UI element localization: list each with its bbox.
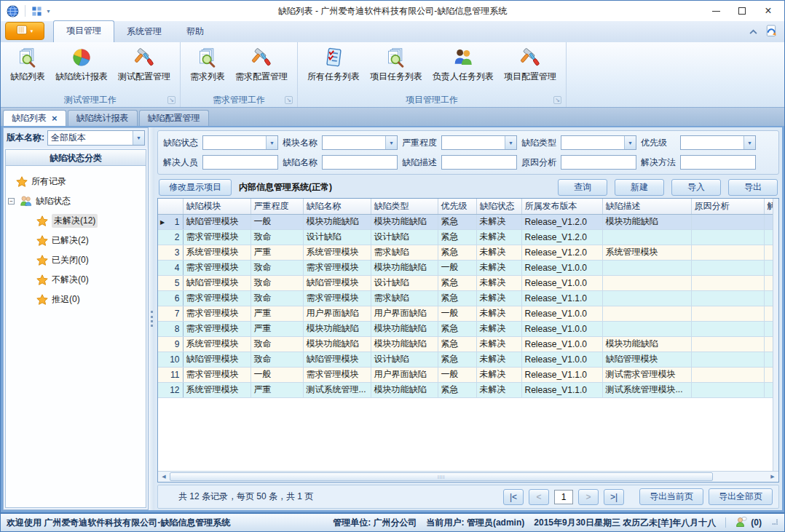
column-header[interactable]: 缺陷类型 [371,199,438,214]
column-header[interactable]: 所属发布版本 [521,199,602,214]
table-cell[interactable]: 系统管理模块 [183,382,251,397]
table-cell[interactable]: 模块功能缺陷 [371,382,438,397]
table-cell[interactable]: 用户界面缺陷 [371,367,438,382]
table-row[interactable]: 4需求管理模块致命需求管理模块模块功能缺陷一般未解决Release_V1.0.0 [158,260,778,275]
table-cell[interactable]: 需求管理模块 [183,229,251,245]
table-cell[interactable]: 缺陷管理模块 [183,214,251,229]
table-cell[interactable]: 未解决 [476,306,521,321]
table-cell[interactable]: 模块功能缺陷 [303,321,371,336]
row-indicator-cell[interactable]: 9 [158,336,183,352]
row-indicator-header[interactable] [158,199,183,214]
column-header[interactable]: 原因分析 [691,199,764,214]
table-cell[interactable]: 未解决 [476,260,521,275]
table-cell[interactable]: 紧急 [438,321,476,336]
table-cell[interactable] [691,336,764,352]
cause-analysis-input[interactable] [561,155,636,170]
minimize-button[interactable] [703,1,729,20]
next-page-button[interactable]: > [578,489,599,505]
column-header[interactable]: 缺陷模块 [183,199,251,214]
document-tab-defect-config[interactable]: 缺陷配置管理 [139,110,209,126]
table-cell[interactable]: 严重 [251,321,303,336]
priority-dropdown[interactable]: ▼ [680,135,756,150]
vertical-scrollbar[interactable] [773,199,778,471]
table-cell[interactable] [691,275,764,290]
table-cell[interactable]: 模块功能缺陷 [371,321,438,336]
tree-item-2[interactable]: 未解决(12) [7,211,144,231]
table-cell[interactable]: 设计缺陷 [303,229,371,245]
resolver-input[interactable] [202,155,278,170]
table-cell[interactable]: 缺陷管理模块 [183,352,251,367]
table-row[interactable]: 5缺陷管理模块致命缺陷管理模块设计缺陷紧急未解决Release_V1.0.0 [158,275,778,290]
table-cell[interactable] [691,260,764,275]
table-cell[interactable]: Release_V1.2.0 [521,214,602,229]
table-cell[interactable]: 致命 [251,352,303,367]
table-cell[interactable]: 一般 [438,306,476,321]
table-row[interactable]: 10缺陷管理模块致命缺陷管理模块设计缺陷紧急未解决Release_V1.0.0缺… [158,352,778,367]
table-cell[interactable]: 系统管理模块 [183,245,251,260]
defect-type-dropdown[interactable]: ▼ [561,135,636,150]
row-indicator-cell[interactable]: 7 [158,306,183,321]
table-cell[interactable]: 未解决 [476,321,521,336]
solution-input[interactable] [680,155,756,170]
table-cell[interactable]: 严重 [251,382,303,397]
row-indicator-cell[interactable]: 4 [158,260,183,275]
close-button[interactable]: × [755,1,781,20]
sidebar-splitter[interactable] [149,127,154,510]
horizontal-scrollbar[interactable]: ◀ |||| ▶ [158,471,778,482]
close-tab-icon[interactable]: × [52,114,58,123]
export-all-pages-button[interactable]: 导出全部页 [709,488,773,505]
table-cell[interactable]: 需求管理模块 [303,367,371,382]
table-cell[interactable]: 严重 [251,245,303,260]
row-indicator-cell[interactable]: 6 [158,290,183,306]
table-cell[interactable]: 紧急 [438,229,476,245]
table-cell[interactable]: 需求缺陷 [371,290,438,306]
table-row[interactable]: 3系统管理模块严重系统管理模块需求缺陷紧急未解决Release_V1.2.0系统… [158,245,778,260]
table-cell[interactable]: Release_V1.0.0 [521,336,602,352]
table-cell[interactable]: 用户界面缺陷 [371,306,438,321]
table-cell[interactable]: 未解决 [476,352,521,367]
online-user-icon[interactable] [735,516,747,530]
chevron-down-icon[interactable]: ▼ [266,136,277,149]
row-indicator-cell[interactable]: 11 [158,367,183,382]
table-cell[interactable]: 需求管理模块 [303,260,371,275]
table-cell[interactable]: 紧急 [438,290,476,306]
query-button[interactable]: 查询 [558,179,607,196]
defect-stats-report-button[interactable]: 缺陷统计报表 [50,44,113,84]
table-cell[interactable]: 未解决 [476,245,521,260]
table-cell[interactable]: 需求管理模块 [303,290,371,306]
table-row[interactable]: 12系统管理模块严重测试系统管理...模块功能缺陷紧急未解决Release_V1… [158,382,778,397]
table-cell[interactable]: 未解决 [476,367,521,382]
table-cell[interactable]: 一般 [438,260,476,275]
row-indicator-cell[interactable]: 10 [158,352,183,367]
dialog-launcher-icon[interactable]: ↘ [553,96,561,104]
row-indicator-cell[interactable]: 2 [158,229,183,245]
table-row[interactable]: 11需求管理模块一般需求管理模块用户界面缺陷一般未解决Release_V1.1.… [158,367,778,382]
table-cell[interactable]: 需求缺陷 [371,245,438,260]
table-cell[interactable]: Release_V1.1.0 [521,367,602,382]
table-cell[interactable]: 模块功能缺陷 [303,214,371,229]
table-cell[interactable]: 未解决 [476,275,521,290]
chevron-down-icon[interactable]: ▼ [133,131,144,145]
import-button[interactable]: 导入 [671,179,721,196]
table-cell[interactable]: 需求管理模块 [183,290,251,306]
table-cell[interactable] [602,321,691,336]
table-row[interactable]: ▶1缺陷管理模块一般模块功能缺陷模块功能缺陷紧急未解决Release_V1.2.… [158,214,778,229]
scrollbar-thumb[interactable]: |||| [170,472,713,481]
table-row[interactable]: 9系统管理模块致命模块功能缺陷模块功能缺陷紧急未解决Release_V1.0.0… [158,336,778,352]
table-cell[interactable]: 模块功能缺陷 [602,336,691,352]
severity-dropdown[interactable]: ▼ [441,135,517,150]
table-cell[interactable]: 缺陷管理模块 [303,275,371,290]
table-cell[interactable] [691,352,764,367]
table-cell[interactable]: 紧急 [438,214,476,229]
table-row[interactable]: 6需求管理模块致命需求管理模块需求缺陷紧急未解决Release_V1.1.0 [158,290,778,306]
table-cell[interactable]: 系统管理模块 [303,245,371,260]
row-indicator-cell[interactable]: ▶1 [158,214,183,229]
table-cell[interactable]: 测试系统管理... [303,382,371,397]
table-cell[interactable]: 测试需求管理模块 [602,367,691,382]
defect-status-dropdown[interactable]: ▼ [202,135,278,150]
table-cell[interactable] [691,214,764,229]
table-cell[interactable]: 测试系统管理模块... [602,382,691,397]
table-cell[interactable] [691,229,764,245]
table-cell[interactable]: Release_V1.0.0 [521,321,602,336]
tree-item-4[interactable]: 已关闭(0) [7,250,144,270]
